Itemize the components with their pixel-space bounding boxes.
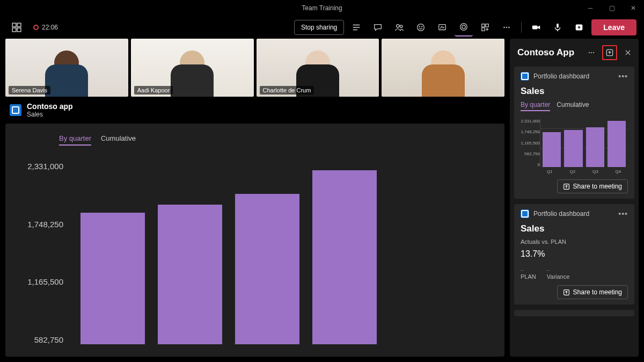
reactions-icon[interactable] xyxy=(412,18,430,37)
apps-icon[interactable] xyxy=(476,18,494,37)
svg-rect-3 xyxy=(17,28,21,32)
ytick: 1,748,250 xyxy=(27,220,63,229)
kv-row: –PLAN –Variance xyxy=(521,266,628,280)
tab-by-quarter[interactable]: By quarter xyxy=(59,134,91,146)
mini-tab-cumulative[interactable]: Cumulative xyxy=(557,101,589,111)
divider xyxy=(521,22,522,33)
ytick: 582,750 xyxy=(34,335,63,344)
svg-rect-19 xyxy=(557,24,559,28)
svg-rect-0 xyxy=(12,23,16,27)
mc-xtick: Q3 xyxy=(586,169,605,174)
video-row: Serena Davis Aadi Kapoor Charlotte de Cr… xyxy=(5,39,504,97)
svg-point-8 xyxy=(422,26,422,27)
share-to-meeting-button[interactable]: Share to meeting xyxy=(557,179,628,193)
svg-point-6 xyxy=(418,24,425,31)
record-tool-icon[interactable] xyxy=(455,18,473,37)
mc-ytick: 1,165,500 xyxy=(521,141,540,146)
card-more-icon[interactable]: ••• xyxy=(618,72,628,81)
mini-bar-chart: 2,331,000 1,748,250 1,165,500 582,750 0 xyxy=(521,119,628,167)
shared-app-page: Sales xyxy=(27,111,73,118)
share-label: Share to meeting xyxy=(573,288,622,296)
svg-rect-13 xyxy=(486,24,488,27)
mini-bar xyxy=(608,121,626,167)
card-subtitle: Actuals vs. PLAN xyxy=(521,238,628,245)
participant-tile[interactable]: Charlotte de Crum xyxy=(257,39,379,97)
svg-point-5 xyxy=(400,25,403,28)
svg-rect-18 xyxy=(532,25,538,29)
dashboard-card-peek xyxy=(514,310,634,316)
svg-point-15 xyxy=(504,27,506,28)
ytick: 1,165,500 xyxy=(27,277,63,286)
svg-rect-2 xyxy=(12,28,16,32)
mini-tab-by-quarter[interactable]: By quarter xyxy=(521,101,550,111)
svg-rect-14 xyxy=(482,28,485,31)
bar xyxy=(158,205,222,344)
meeting-toolbar: 22:06 Stop sharing Leave xyxy=(0,16,644,39)
panel-more-icon[interactable] xyxy=(584,45,599,60)
dashboard-card: Portfolio dashboard ••• Sales By quarter… xyxy=(514,67,634,199)
stop-sharing-button[interactable]: Stop sharing xyxy=(294,20,344,35)
participant-tile[interactable]: Serena Davis xyxy=(5,39,128,97)
mc-ytick: 1,748,250 xyxy=(521,129,540,134)
leave-button[interactable]: Leave xyxy=(591,19,636,35)
chat-icon[interactable] xyxy=(369,18,387,37)
side-panel-header: Contoso App xyxy=(510,39,639,67)
card-title: Sales xyxy=(521,223,628,234)
notes-icon[interactable] xyxy=(347,18,365,37)
whiteboard-icon[interactable] xyxy=(433,18,451,37)
svg-point-23 xyxy=(593,52,594,53)
side-panel: Contoso App Portfolio dashboard ••• Sale… xyxy=(510,39,639,357)
camera-icon[interactable] xyxy=(527,18,545,37)
kv-label: PLAN xyxy=(521,273,536,280)
microphone-icon[interactable] xyxy=(548,18,567,37)
card-more-icon[interactable]: ••• xyxy=(618,209,628,218)
mc-xtick: Q2 xyxy=(563,169,583,174)
mc-ytick: 582,750 xyxy=(521,151,540,156)
people-icon[interactable] xyxy=(390,18,408,37)
tab-cumulative[interactable]: Cumulative xyxy=(101,134,136,146)
app-icon xyxy=(521,209,529,218)
svg-point-11 xyxy=(462,25,465,28)
bar xyxy=(235,194,299,344)
dashboard-card: Portfolio dashboard ••• Sales Actuals vs… xyxy=(514,204,634,305)
svg-point-21 xyxy=(589,52,590,53)
mini-bar xyxy=(564,130,582,167)
minimize-button[interactable]: ─ xyxy=(580,0,601,16)
shared-app-name: Contoso app xyxy=(27,102,73,111)
stage: Serena Davis Aadi Kapoor Charlotte de Cr… xyxy=(5,39,504,357)
close-panel-icon[interactable] xyxy=(620,45,635,60)
mc-xtick: Q1 xyxy=(540,169,560,174)
close-button[interactable]: ✕ xyxy=(623,0,644,16)
share-label: Share to meeting xyxy=(573,183,622,190)
maximize-button[interactable]: ▢ xyxy=(601,0,623,16)
bar xyxy=(80,213,145,344)
window-controls: ─ ▢ ✕ xyxy=(580,0,644,16)
side-panel-title: Contoso App xyxy=(517,47,581,58)
mc-xtick: Q4 xyxy=(609,169,628,174)
share-screen-icon[interactable] xyxy=(570,18,588,37)
svg-rect-1 xyxy=(17,23,21,27)
participant-name: Serena Davis xyxy=(9,86,50,95)
popout-icon[interactable] xyxy=(602,45,617,60)
svg-point-17 xyxy=(509,27,510,28)
layout-grid-icon[interactable] xyxy=(8,18,26,37)
bars-area xyxy=(70,162,488,344)
participant-tile[interactable]: Aadi Kapoor xyxy=(131,39,254,97)
participant-tile[interactable] xyxy=(382,39,504,97)
bar xyxy=(312,170,377,344)
mini-bar xyxy=(543,132,561,167)
card-title: Sales xyxy=(521,86,628,97)
app-icon xyxy=(10,104,21,116)
share-to-meeting-button[interactable]: Share to meeting xyxy=(557,285,628,299)
bar-chart: 2,331,000 1,748,250 1,165,500 582,750 xyxy=(21,162,488,344)
record-icon xyxy=(33,25,39,30)
participant-name: Charlotte de Crum xyxy=(260,86,314,95)
svg-point-10 xyxy=(460,24,467,31)
chart-tabs: By quarter Cumulative xyxy=(59,134,488,146)
more-options-icon[interactable] xyxy=(497,18,516,37)
recording-indicator: 22:06 xyxy=(33,24,58,31)
title-bar: Team Training ─ ▢ ✕ xyxy=(0,0,644,16)
side-panel-body: Portfolio dashboard ••• Sales By quarter… xyxy=(510,67,639,321)
svg-point-7 xyxy=(420,26,420,27)
svg-point-16 xyxy=(506,27,508,28)
